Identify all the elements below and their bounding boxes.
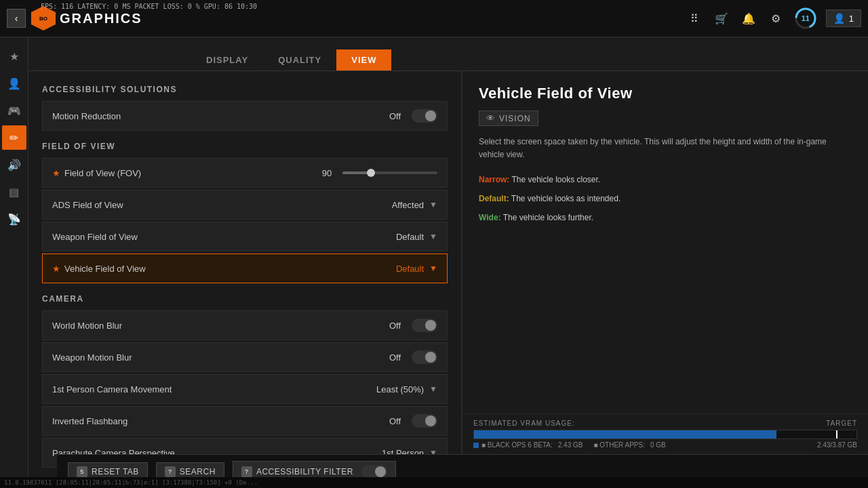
vram-black-ops-label: ■ BLACK OPS 6 BETA:: [481, 441, 553, 449]
sidebar-item-profile[interactable]: 👤: [2, 71, 26, 96]
search-icon: ?: [165, 466, 176, 477]
vram-labels: ■ BLACK OPS 6 BETA: 2.43 GB ■ OTHER APPS…: [473, 441, 857, 449]
vram-black-ops: ■ BLACK OPS 6 BETA: 2.43 GB ■ OTHER APPS…: [473, 441, 666, 449]
vram-target-marker: [836, 430, 837, 439]
store-icon[interactable]: 🛒: [712, 9, 731, 28]
setting-label-fov: Field of View (FOV): [64, 168, 295, 178]
tab-quality[interactable]: QUALITY: [263, 49, 336, 70]
vram-target-label: TARGET: [826, 420, 857, 427]
setting-value-weapon-fov: Default ▼: [295, 232, 437, 242]
app-title: GRAPHICS: [60, 11, 142, 26]
setting-value-weapon-blur: Off: [295, 350, 437, 364]
setting-label-flashbang: Inverted Flashbang: [52, 416, 295, 426]
sidebar-item-star[interactable]: ★: [2, 44, 26, 68]
ads-fov-value: Affected: [329, 200, 424, 210]
fov-slider-thumb[interactable]: [367, 169, 375, 177]
setting-label-ads-fov: ADS Field of View: [52, 200, 295, 210]
setting-1st-person-cam[interactable]: 1st Person Camera Movement Least (50%) ▼: [42, 374, 448, 404]
info-option-default: Default: The vehicle looks as intended.: [479, 192, 852, 205]
setting-fov-main[interactable]: ★ Field of View (FOV) 90: [42, 158, 448, 188]
user-area[interactable]: 👤 1: [826, 9, 861, 27]
motion-reduction-toggle[interactable]: [412, 109, 437, 123]
user-icon: 👤: [833, 13, 845, 24]
sidebar-item-pencil[interactable]: ✏: [2, 125, 26, 150]
progress-circle[interactable]: 11: [793, 6, 818, 30]
fov-slider[interactable]: [342, 171, 437, 174]
wide-label: Wide:: [479, 213, 501, 222]
setting-inverted-flashbang[interactable]: Inverted Flashbang Off: [42, 406, 448, 436]
setting-value-ads-fov: Affected ▼: [295, 200, 437, 210]
back-button[interactable]: ‹: [7, 9, 26, 28]
section-fov-header: FIELD OF VIEW: [42, 142, 448, 151]
reset-icon: 5: [77, 466, 87, 477]
setting-motion-reduction[interactable]: Motion Reduction Off: [42, 101, 448, 131]
default-text: The vehicle looks as intended.: [511, 194, 620, 203]
setting-value-flashbang: Off: [295, 414, 437, 428]
search-label: SEARCH: [180, 467, 216, 476]
weapon-blur-toggle[interactable]: [412, 350, 437, 364]
grid-icon[interactable]: ⠿: [685, 9, 704, 28]
bell-icon[interactable]: 🔔: [739, 9, 758, 28]
setting-value-1st-cam: Least (50%) ▼: [295, 384, 437, 394]
settings-area: ACCESSIBILITY SOLUTIONS Motion Reduction…: [28, 71, 868, 488]
narrow-label: Narrow:: [479, 175, 509, 184]
vram-total: 2.43/3.87 GB: [817, 441, 857, 449]
world-blur-value: Off: [389, 321, 401, 331]
setting-value-vehicle-fov: Default ▼: [295, 264, 437, 274]
debug-bar: 11.8.19837011 [28:05:11|28:05:11|b:73|e:…: [0, 477, 868, 488]
info-option-wide: Wide: The vehicle looks further.: [479, 211, 852, 224]
1st-cam-value: Least (50%): [329, 384, 424, 394]
progress-number: 11: [802, 14, 810, 22]
weapon-fov-arrow: ▼: [429, 232, 437, 241]
motion-reduction-value: Off: [389, 111, 401, 121]
vision-label: VISION: [499, 114, 531, 123]
vram-bar: [473, 430, 857, 439]
fov-star-icon: ★: [52, 168, 60, 178]
setting-value-fov: 90: [295, 168, 437, 178]
setting-value-world-blur: Off: [295, 319, 437, 332]
tab-view[interactable]: VIEW: [336, 49, 391, 70]
setting-vehicle-fov[interactable]: ★ Vehicle Field of View Default ▼: [42, 253, 448, 283]
main-content: DISPLAY QUALITY VIEW ACCESSIBILITY SOLUT…: [28, 37, 868, 488]
left-sidebar: ★ 👤 🎮 ✏ 🔊 ▤ 📡: [0, 37, 28, 488]
vehicle-fov-value: Default: [329, 264, 424, 274]
sidebar-item-display[interactable]: ▤: [2, 180, 26, 204]
narrow-text: The vehicle looks closer.: [511, 175, 600, 184]
setting-world-motion-blur[interactable]: World Motion Blur Off: [42, 310, 448, 340]
vision-badge: 👁 VISION: [479, 110, 538, 126]
world-blur-toggle[interactable]: [412, 319, 437, 332]
accessibility-icon: ?: [241, 466, 252, 477]
setting-value-motion-reduction: Off: [295, 109, 437, 123]
default-label: Default:: [479, 194, 509, 203]
setting-label-weapon-fov: Weapon Field of View: [52, 232, 295, 242]
ads-fov-arrow: ▼: [429, 200, 437, 209]
1st-cam-arrow: ▼: [429, 384, 437, 394]
nav-tabs: DISPLAY QUALITY VIEW: [28, 37, 868, 71]
setting-label-world-blur: World Motion Blur: [52, 321, 295, 331]
accessibility-label: ACCESSIBILITY FILTER: [256, 467, 353, 476]
section-accessibility-header: ACCESSIBILITY SOLUTIONS: [42, 85, 448, 94]
weapon-fov-value: Default: [329, 232, 424, 242]
flashbang-toggle[interactable]: [412, 414, 437, 428]
vram-black-ops-value: 2.43 GB: [558, 441, 583, 449]
setting-label-weapon-blur: Weapon Motion Blur: [52, 352, 295, 363]
setting-label-1st-cam: 1st Person Camera Movement: [52, 384, 295, 394]
tab-display[interactable]: DISPLAY: [191, 49, 263, 70]
sidebar-item-sound[interactable]: 🔊: [2, 152, 26, 177]
setting-weapon-motion-blur[interactable]: Weapon Motion Blur Off: [42, 342, 448, 372]
vram-blue-dot: [473, 443, 479, 448]
setting-ads-fov[interactable]: ADS Field of View Affected ▼: [42, 190, 448, 220]
top-bar: ‹ BO GRAPHICS FPS: 116 LATENCY: 0 MS PAC…: [0, 0, 868, 37]
vram-header: ESTIMATED VRAM USAGE: TARGET: [473, 420, 857, 427]
accessibility-toggle[interactable]: [361, 465, 387, 479]
info-title: Vehicle Field of View: [479, 85, 852, 102]
sidebar-item-social[interactable]: 📡: [2, 207, 26, 231]
settings-icon[interactable]: ⚙: [766, 9, 785, 28]
reset-label: RESET TAB: [92, 467, 139, 476]
info-panel-inner: Vehicle Field of View 👁 VISION Select th…: [479, 85, 852, 224]
info-option-narrow: Narrow: The vehicle looks closer.: [479, 174, 852, 186]
wide-text: The vehicle looks further.: [503, 213, 593, 222]
setting-label-motion-reduction: Motion Reduction: [52, 111, 295, 121]
setting-weapon-fov[interactable]: Weapon Field of View Default ▼: [42, 222, 448, 251]
sidebar-item-controller[interactable]: 🎮: [2, 98, 26, 123]
